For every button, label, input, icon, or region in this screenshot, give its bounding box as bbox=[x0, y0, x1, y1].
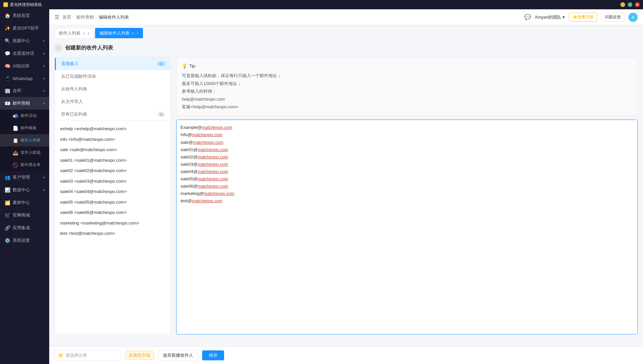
abandon-button[interactable]: 放弃新建收件人 bbox=[158, 350, 198, 361]
page-content: ← 创建新的收件人列表 直接输入 11 从已完成邮件活动 bbox=[49, 39, 643, 346]
tab-from-campaigns[interactable]: 从已完成邮件活动 bbox=[55, 70, 171, 83]
data-icon: 📊 bbox=[5, 187, 10, 193]
sidebar-item-settings[interactable]: ⚙️ 系统设置 bbox=[0, 234, 49, 247]
sidebar-label-sender: 发件人邮箱 bbox=[21, 150, 41, 155]
save-button[interactable]: 保存 bbox=[202, 350, 224, 360]
sidebar-label-leads: 线索中心 bbox=[13, 38, 30, 44]
email-textarea-box: Example@matchexpo.com info@matchexpo.com… bbox=[176, 120, 638, 334]
sidebar-item-leads[interactable]: 🔍 线索中心 ▾ bbox=[0, 35, 49, 47]
chevron-channels-icon: ▾ bbox=[43, 52, 45, 55]
sidebar-item-assets[interactable]: 🗂️ 素材中心 bbox=[0, 196, 49, 209]
tab-close-recipients[interactable]: ✕ bbox=[82, 32, 85, 35]
list-item: exhelp <exhelp@matchexpo.com> bbox=[55, 124, 171, 134]
sidebar-item-blacklist[interactable]: 🚫 邮件黑名单 bbox=[0, 159, 49, 171]
tab-campaigns-label: 从已完成邮件活动 bbox=[61, 73, 96, 79]
textarea-line-8: sale05@matchexpo.com bbox=[181, 175, 633, 183]
textarea-line-3: sale@matchexpo.com bbox=[181, 139, 633, 146]
sidebar-item-email-template[interactable]: 📄 邮件模板 bbox=[0, 122, 49, 134]
chevron-leads-icon: ▾ bbox=[43, 39, 45, 43]
close-button[interactable]: ✕ bbox=[635, 2, 640, 7]
email-list: exhelp <exhelp@matchexpo.com> info <info… bbox=[55, 121, 171, 334]
channels-icon: 💬 bbox=[5, 51, 10, 56]
list-item: sale04 <sale04@matchexpo.com> bbox=[55, 186, 171, 197]
breadcrumb-sep1: / bbox=[73, 15, 74, 20]
blacklist-icon: 🚫 bbox=[13, 162, 18, 168]
sidebar-label-email-template: 邮件模板 bbox=[21, 125, 37, 131]
textarea-line-4: sale01@matchexpo.com bbox=[181, 146, 633, 153]
right-panel: 💡 Tip: 可直接输入或粘贴，保证每行只输入一个邮件地址； 最多可输入1000… bbox=[176, 57, 638, 334]
tab-from-list[interactable]: 从收件人列表 bbox=[55, 83, 171, 95]
sidebar-item-shop[interactable]: 🛒 官网商城 bbox=[0, 209, 49, 222]
tab-all-in-list[interactable]: 所有已在列表 11 bbox=[55, 108, 171, 121]
ai-icon: 🧠 bbox=[5, 63, 10, 69]
tab-arrow-recipients[interactable]: ▾ bbox=[88, 32, 89, 35]
minimize-button[interactable]: ─ bbox=[620, 2, 625, 7]
sidebar-item-sender[interactable]: 📤 发件人邮箱 bbox=[0, 146, 49, 159]
sidebar-item-channels[interactable]: 💬 全渠道对话 ▾ bbox=[0, 47, 49, 60]
sidebar-item-ai[interactable]: 🧠 AI知识库 ▾ bbox=[0, 60, 49, 72]
tab-arrow-edit[interactable]: ▾ bbox=[137, 32, 139, 35]
sidebar-label-gpt: 星光GPT助手 bbox=[13, 25, 45, 31]
sidebar-item-recipients[interactable]: 📋 收件人列表 bbox=[0, 134, 49, 146]
sidebar-label-whatsapp: WhatsApp bbox=[13, 76, 33, 81]
chevron-whatsapp-icon: ▾ bbox=[43, 77, 45, 80]
tab-close-edit[interactable]: ✕ bbox=[132, 32, 134, 35]
shop-icon: 🛒 bbox=[5, 213, 10, 218]
template-icon: 📄 bbox=[13, 126, 18, 131]
sidebar-label-customers: 客户管理 bbox=[13, 174, 30, 180]
main-content: ☰ 首页 / 邮件营销 / 编辑收件人列表 💬 Amyan的团队 ▾ ⭐套餐升级… bbox=[49, 9, 643, 364]
panels: 直接输入 11 从已完成邮件活动 从收件人列表 从文件导入 bbox=[55, 57, 638, 334]
app-icon: ⭐ bbox=[3, 2, 8, 7]
sidebar-item-gpt[interactable]: ✨ 星光GPT助手 bbox=[0, 22, 49, 35]
sidebar-item-home[interactable]: 🏠 系统首页 bbox=[0, 9, 49, 22]
list-item: sale03 <sale03@matchexpo.com> bbox=[55, 176, 171, 187]
sidebar-label-integration: 应用集成 bbox=[13, 225, 45, 231]
textarea-line-2: info@matchexpo.com bbox=[181, 131, 633, 138]
tip-line2: 最多可输入10000个邮件地址； bbox=[182, 80, 632, 87]
bottom-bar: 📁 请选择分类 东南亚市场 放弃新建收件人 保存 bbox=[49, 346, 643, 364]
breadcrumb-sep2: / bbox=[96, 15, 97, 20]
maximize-button[interactable]: □ bbox=[628, 2, 632, 7]
back-button[interactable]: ← bbox=[55, 44, 63, 52]
chevron-huibang-icon: ▾ bbox=[43, 89, 45, 93]
team-button[interactable]: Amyan的团队 ▾ bbox=[535, 14, 565, 20]
left-panel: 直接输入 11 从已完成邮件活动 从收件人列表 从文件导入 bbox=[55, 57, 171, 334]
category-select[interactable]: 📁 请选择分类 bbox=[55, 350, 121, 361]
integration-icon: 🔗 bbox=[5, 225, 10, 230]
hamburger-button[interactable]: ☰ bbox=[55, 14, 59, 20]
sidebar-item-customers[interactable]: 👥 客户管理 ▾ bbox=[0, 171, 49, 184]
help-button[interactable]: 问题反馈 bbox=[601, 13, 624, 22]
sidebar-label-recipients: 收件人列表 bbox=[21, 137, 41, 143]
chevron-customers-icon: ▾ bbox=[43, 176, 45, 179]
home-icon: 🏠 bbox=[5, 13, 10, 18]
tab-list-label: 从收件人列表 bbox=[61, 86, 87, 92]
sidebar-item-data[interactable]: 📊 数据中心 ▾ bbox=[0, 184, 49, 196]
sidebar-item-email-marketing[interactable]: 📧 邮件营销 ▾ bbox=[0, 97, 49, 110]
sidebar-item-email-activity[interactable]: 📬 邮件活动 bbox=[0, 110, 49, 122]
tab-edit-recipients[interactable]: 编辑收件人列表 ✕ ▾ bbox=[95, 28, 143, 38]
breadcrumb-home[interactable]: 首页 bbox=[63, 14, 71, 20]
tab-direct-label: 直接输入 bbox=[61, 61, 78, 67]
breadcrumb-parent[interactable]: 邮件营销 bbox=[76, 14, 94, 20]
tip-line5: 客服<help@matchexpo.com> bbox=[182, 103, 632, 111]
upgrade-button[interactable]: ⭐套餐升级 bbox=[569, 13, 597, 22]
chat-icon[interactable]: 💬 bbox=[524, 14, 531, 20]
back-icon: ← bbox=[57, 46, 61, 50]
tab-all-badge: 11 bbox=[157, 112, 165, 117]
sidebar-item-whatsapp[interactable]: 📱 WhatsApp ▾ bbox=[0, 72, 49, 84]
sidebar-label-ai: AI知识库 bbox=[13, 63, 30, 69]
tab-recipients-list[interactable]: 收件人列表 ✕ ▾ bbox=[55, 28, 94, 38]
tab-from-file[interactable]: 从文件导入 bbox=[55, 95, 171, 108]
textarea-content[interactable]: Example@matchexpo.com info@matchexpo.com… bbox=[177, 120, 637, 209]
sidebar-label-settings: 系统设置 bbox=[13, 237, 45, 243]
tip-box: 💡 Tip: 可直接输入或粘贴，保证每行只输入一个邮件地址； 最多可输入1000… bbox=[176, 57, 638, 116]
sidebar-item-huibang[interactable]: 🏢 会邦 ▾ bbox=[0, 84, 49, 97]
list-item: marketing <marketing@matchexpo.com> bbox=[55, 218, 171, 228]
tab-direct-badge: 11 bbox=[157, 61, 165, 66]
tab-bar: 收件人列表 ✕ ▾ 编辑收件人列表 ✕ ▾ bbox=[49, 25, 643, 39]
list-item: sale <sale@matchexpo.com> bbox=[55, 144, 171, 155]
tab-direct-input[interactable]: 直接输入 11 bbox=[55, 57, 171, 70]
list-item: sale06 <sale06@matchexpo.com> bbox=[55, 207, 171, 218]
sidebar-item-integration[interactable]: 🔗 应用集成 bbox=[0, 222, 49, 234]
tab-all-label: 所有已在列表 bbox=[61, 111, 87, 117]
